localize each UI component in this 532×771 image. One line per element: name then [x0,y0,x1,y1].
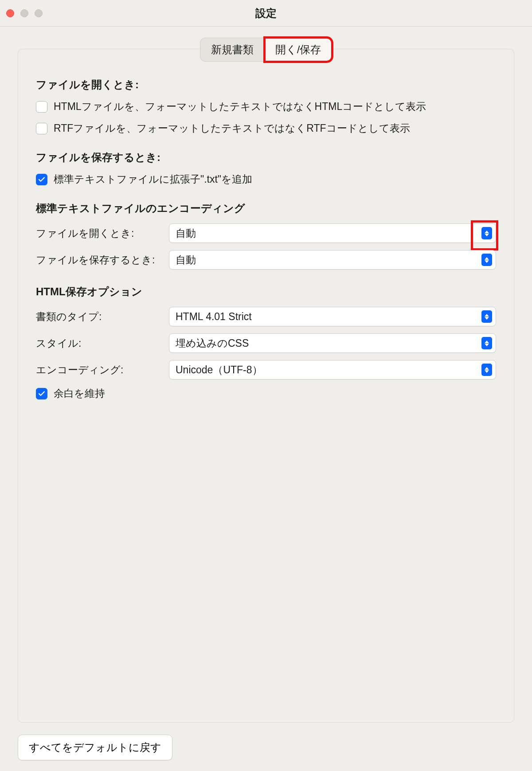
label-encoding-open: ファイルを開くとき: [36,227,169,240]
section-save: ファイルを保存するとき: 標準テキストファイルに拡張子".txt"を追加 [36,150,496,186]
reset-defaults-button[interactable]: すべてをデフォルトに戻す [18,735,172,760]
settings-frame: 新規書類 開く/保存 ファイルを開くとき: HTMLファイルを、フォーマットした… [18,49,514,723]
select-style-value: 埋め込みのCSS [176,337,249,350]
label-doc-type: 書類のタイプ: [36,310,169,324]
row-doc-type: 書類のタイプ: HTML 4.01 Strict [36,307,496,326]
checkbox-html-as-code[interactable] [36,101,47,113]
chevron-up-down-icon [481,337,492,349]
label-encoding-save: ファイルを保存するとき: [36,253,169,267]
row-html-encoding: エンコーディング: Unicode（UTF-8） [36,360,496,380]
section-open-title: ファイルを開くとき: [36,78,496,92]
select-style[interactable]: 埋め込みのCSS [169,333,496,353]
row-encoding-save: ファイルを保存するとき: 自動 [36,250,496,270]
window-title: 設定 [0,6,532,20]
zoom-window-button[interactable] [35,9,43,17]
titlebar: 設定 [0,0,532,27]
section-encoding-title: 標準テキストファイルのエンコーディング [36,201,496,215]
check-icon [38,176,46,184]
close-window-button[interactable] [6,9,14,17]
section-open: ファイルを開くとき: HTMLファイルを、フォーマットしたテキストではなくHTM… [36,78,496,135]
checkbox-preserve-whitespace[interactable] [36,388,47,399]
select-encoding-open-value: 自動 [176,227,196,240]
select-html-encoding[interactable]: Unicode（UTF-8） [169,360,496,380]
tabs: 新規書類 開く/保存 [36,38,496,62]
chevron-up-down-icon [481,254,492,266]
select-doc-type[interactable]: HTML 4.01 Strict [169,307,496,326]
section-html: HTML保存オプション 書類のタイプ: HTML 4.01 Strict スタイ… [36,285,496,400]
section-html-title: HTML保存オプション [36,285,496,299]
check-preserve-whitespace-label: 余白を維持 [54,387,105,400]
chevron-up-down-icon [481,364,492,376]
section-save-title: ファイルを保存するとき: [36,150,496,164]
label-html-encoding: エンコーディング: [36,363,169,377]
select-encoding-open[interactable]: 自動 [169,223,496,243]
check-add-txt-row[interactable]: 標準テキストファイルに拡張子".txt"を追加 [36,172,496,186]
traffic-lights [6,9,43,17]
checkbox-rtf-as-code[interactable] [36,123,47,134]
chevron-up-down-icon [481,227,492,239]
select-html-encoding-value: Unicode（UTF-8） [176,363,262,377]
chevron-up-down-icon [481,310,492,323]
section-encoding: 標準テキストファイルのエンコーディング ファイルを開くとき: 自動 ファイルを保… [36,201,496,270]
label-style: スタイル: [36,337,169,350]
check-icon [38,390,46,398]
select-doc-type-value: HTML 4.01 Strict [176,311,252,323]
check-rtf-as-code-label: RTFファイルを、フォーマットしたテキストではなくRTFコードとして表示 [54,121,410,135]
checkbox-add-txt[interactable] [36,174,47,185]
row-encoding-open: ファイルを開くとき: 自動 [36,223,496,243]
minimize-window-button[interactable] [20,9,28,17]
tab-open-save[interactable]: 開く/保存 [265,38,332,62]
tab-new-document[interactable]: 新規書類 [200,38,265,62]
row-style: スタイル: 埋め込みのCSS [36,333,496,353]
select-encoding-save[interactable]: 自動 [169,250,496,270]
check-html-as-code-label: HTMLファイルを、フォーマットしたテキストではなくHTMLコードとして表示 [54,100,426,113]
select-encoding-save-value: 自動 [176,253,196,267]
check-add-txt-label: 標準テキストファイルに拡張子".txt"を追加 [54,172,252,186]
check-rtf-as-code-row[interactable]: RTFファイルを、フォーマットしたテキストではなくRTFコードとして表示 [36,121,496,135]
check-preserve-whitespace-row[interactable]: 余白を維持 [36,387,496,400]
check-html-as-code-row[interactable]: HTMLファイルを、フォーマットしたテキストではなくHTMLコードとして表示 [36,100,496,113]
